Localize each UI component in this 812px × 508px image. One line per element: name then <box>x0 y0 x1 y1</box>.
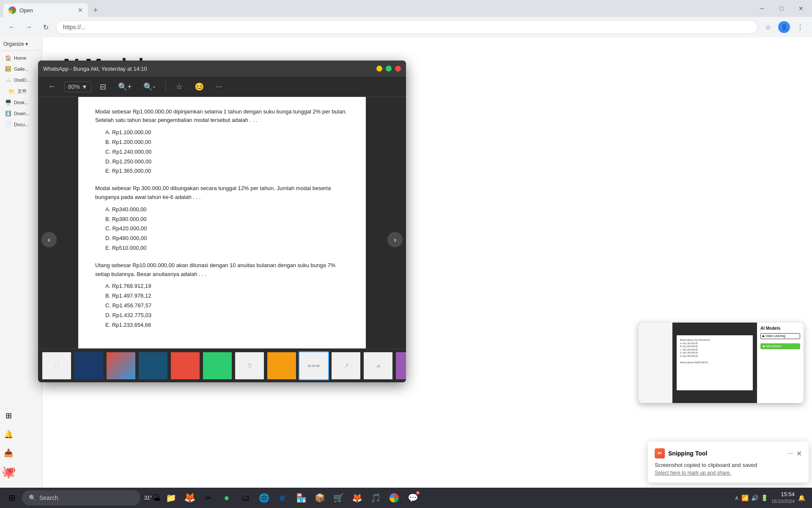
taskbar-inkscape[interactable]: 🦊 <box>181 489 198 506</box>
taskbar-whatsapp[interactable]: 💬 8 <box>404 489 421 506</box>
maximize-button[interactable]: □ <box>772 2 791 15</box>
home-label: Home <box>14 55 26 61</box>
chrome-logo-icon <box>8 6 16 14</box>
monster-icon[interactable]: 🐙 <box>1 464 16 479</box>
snipping-taskbar-icon: ✂ <box>205 493 212 503</box>
taskbar-weather[interactable]: 31° 🌤 <box>144 489 161 506</box>
volume-icon[interactable]: 🔊 <box>751 494 758 501</box>
close-button[interactable]: ✕ <box>792 2 810 15</box>
taskbar-chrome[interactable] <box>386 489 403 506</box>
wa-back-button[interactable]: ← <box>45 80 59 93</box>
browser-tab[interactable]: Open ✕ <box>3 3 88 17</box>
notification-button[interactable]: 🔔 <box>798 494 805 501</box>
taskbar-edge[interactable]: 🌐 <box>255 489 272 506</box>
clock-time: 15:54 <box>771 491 795 498</box>
taskbar-dropbox[interactable]: 📦 <box>311 489 328 506</box>
onedrive-label: OneD... <box>14 77 30 83</box>
thumbnail-3[interactable] <box>106 351 136 380</box>
forward-button[interactable]: → <box>22 20 36 34</box>
taskbar-ms-edge2[interactable]: e <box>274 489 291 506</box>
search-placeholder: Search <box>39 494 58 501</box>
sidebar-downloads[interactable]: ⬇️ Down... <box>0 108 42 119</box>
sidebar-home[interactable]: 🏠 Home <box>0 52 42 64</box>
more-options-button[interactable]: ··· <box>212 80 225 93</box>
taskbar-app-green[interactable]: ● <box>218 489 235 506</box>
network-icon[interactable]: 📶 <box>741 494 749 501</box>
back-button[interactable]: ← <box>5 20 19 34</box>
reload-button[interactable]: ↻ <box>39 20 52 34</box>
thumbnail-9-active[interactable]: Q1 Q2 Q3 <box>299 351 329 380</box>
question-1: Modal sebesar Rp1.000.000,00 dipinjamkan… <box>95 108 349 176</box>
thumbnail-10[interactable]: 📝 <box>331 351 361 380</box>
taskbar-spotify[interactable]: 🎵 <box>367 489 384 506</box>
taskbar-apps: 31° 🌤 📁 🦊 ✂ ● 🗂 🌐 e 🏪 📦 🛒 <box>144 489 421 506</box>
organize-button[interactable]: Organize ▾ <box>0 37 42 51</box>
thumbnail-8[interactable] <box>266 351 297 380</box>
bell-icon[interactable]: 🔔 <box>1 427 16 442</box>
wa-maximize-button[interactable] <box>386 66 392 72</box>
question-3-text: Utang sebesar Rp10.000.000,00 akan dilun… <box>95 261 349 279</box>
wa-close-button[interactable] <box>395 66 401 72</box>
wa-minimize-button[interactable] <box>376 66 382 72</box>
thumbnail-2[interactable] <box>74 351 104 380</box>
start-button[interactable]: ⊞ <box>3 489 20 506</box>
whatsapp-content: ‹ › Modal sebesar Rp1.000.000,00 dipinja… <box>38 97 406 382</box>
minimize-button[interactable]: ─ <box>753 2 771 15</box>
bookmark-button[interactable]: ☆ <box>761 20 775 34</box>
thumbnail-5[interactable] <box>170 351 200 380</box>
preview-action-btn[interactable]: ▶ Add answer <box>760 343 800 349</box>
thumbnail-7[interactable]: 📋 <box>234 351 265 380</box>
q1-option-c: C. Rp1.240.000,00 <box>105 148 349 157</box>
amazon-icon: 🛒 <box>333 493 344 503</box>
sidebar-documents[interactable]: 📄 Docu... <box>0 119 42 130</box>
new-tab-button[interactable]: + <box>90 4 102 16</box>
taskbar-store[interactable]: 🏪 <box>293 489 310 506</box>
whatsapp-badge: 8 <box>416 491 420 494</box>
thumbnail-11[interactable]: 📊 <box>363 351 393 380</box>
snipping-tool-close-button[interactable]: ✕ <box>796 450 802 458</box>
clock-display[interactable]: 15:54 16/10/2024 <box>771 491 795 505</box>
zoom-in-button[interactable]: 🔍+ <box>115 80 135 93</box>
taskbar-firefox[interactable]: 🦊 <box>348 489 365 506</box>
question-1-text: Modal sebesar Rp1.000.000,00 dipinjamkan… <box>95 108 349 125</box>
sidebar-gallery[interactable]: 🖼️ Galle... <box>0 64 42 75</box>
profile-avatar[interactable]: 👤 <box>778 21 790 33</box>
menu-button[interactable]: ⋮ <box>793 20 807 34</box>
taskbar-folder2[interactable]: 🗂 <box>237 489 254 506</box>
zoom-control[interactable]: 80% ▼ <box>64 81 91 92</box>
q1-option-d: D. Rp1.250.000,00 <box>105 157 349 166</box>
sidebar-folder-chinese[interactable]: 📁 文件 <box>0 86 42 97</box>
emoji-button[interactable]: 😊 <box>191 80 207 93</box>
thumbnail-12[interactable] <box>395 351 406 380</box>
downloads-icon: ⬇️ <box>5 110 11 116</box>
preview-ai-title: AI Models <box>760 326 800 331</box>
preview-doc: Modal sebesar Rp1.000.000,00... A. Rp1.1… <box>677 335 753 390</box>
prev-page-button[interactable]: ‹ <box>41 232 57 247</box>
thumbnail-6[interactable] <box>202 351 233 380</box>
sidebar-onedrive[interactable]: ☁️ OneD... <box>0 75 42 86</box>
thumbnail-4[interactable] <box>138 351 168 380</box>
next-page-button[interactable]: › <box>387 232 403 247</box>
snipping-tool-more-button[interactable]: ··· <box>787 450 793 457</box>
taskbar-file-explorer[interactable]: 📁 <box>162 489 179 506</box>
screenshot-preview: Modal sebesar Rp1.000.000,00... A. Rp1.1… <box>639 323 804 403</box>
tab-close-icon[interactable]: ✕ <box>78 7 83 14</box>
inbox-icon[interactable]: 📥 <box>1 445 16 461</box>
taskbar-amazon[interactable]: 🛒 <box>330 489 347 506</box>
fit-page-button[interactable]: ⊟ <box>96 80 110 93</box>
snipping-tool-message: Screenshot copied to clipboard and saved <box>655 462 802 468</box>
address-text: https://... <box>63 24 86 30</box>
folder-chinese-icon: 📁 <box>8 88 15 94</box>
snipping-tool-action-link[interactable]: Select here to mark up and share. <box>655 470 802 476</box>
expand-tray-button[interactable]: ∧ <box>735 494 739 501</box>
grid-icon[interactable]: ⊞ <box>1 408 16 423</box>
bookmark-tool-button[interactable]: ☆ <box>173 80 186 93</box>
battery-icon[interactable]: 🔋 <box>761 494 768 501</box>
zoom-out-button[interactable]: 🔍- <box>140 80 159 93</box>
sidebar-desktop[interactable]: 🖥️ Desk... <box>0 97 42 108</box>
taskbar-snipping[interactable]: ✂ <box>200 489 217 506</box>
taskbar-search[interactable]: 🔍 Search <box>22 490 140 505</box>
address-bar[interactable]: https://... <box>56 20 758 34</box>
thumbnail-1[interactable]: 📄 <box>41 351 72 380</box>
q3-option-b: B. Rp1.497.978,12 <box>105 292 349 301</box>
